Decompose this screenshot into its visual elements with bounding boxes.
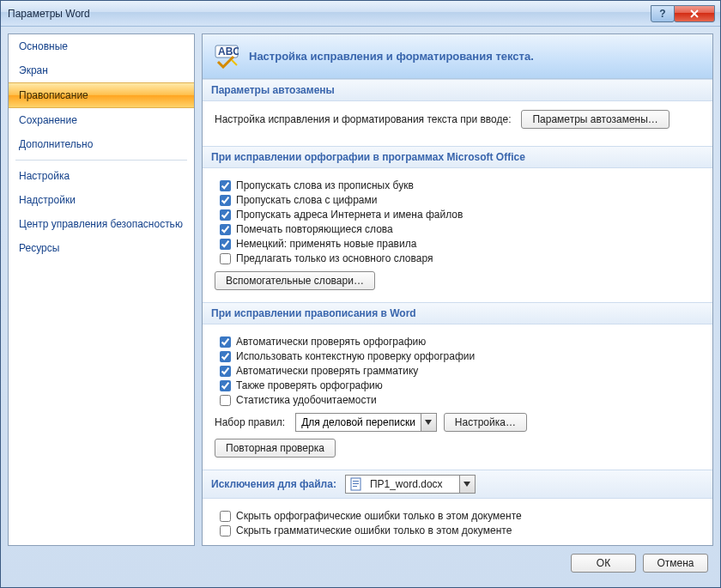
section-autocorrect-head: Параметры автозамены — [203, 79, 712, 101]
svg-rect-3 — [353, 481, 359, 482]
chk-german-rules-label: Немецкий: применять новые правила — [236, 238, 416, 250]
chk-main-dict-only-label: Предлагать только из основного словаря — [236, 252, 433, 264]
writing-style-value: Для деловой переписки — [296, 416, 421, 428]
chk-hide-grammar-errors-label: Скрыть грамматические ошибки только в эт… — [236, 524, 512, 536]
section-word-proofing-head: При исправлении правописания в Word — [203, 302, 712, 324]
dialog-footer: ОК Отмена — [1, 546, 720, 580]
chevron-down-icon — [459, 476, 475, 493]
sidebar-item-trust[interactable]: Центр управления безопасностью — [9, 212, 194, 236]
svg-rect-5 — [353, 486, 357, 487]
chk-auto-grammar[interactable] — [220, 366, 231, 377]
chk-flag-repeated[interactable] — [220, 224, 231, 235]
chk-ignore-uppercase[interactable] — [220, 180, 231, 191]
sidebar-item-save[interactable]: Сохранение — [9, 108, 194, 132]
chk-ignore-urls[interactable] — [220, 209, 231, 221]
exceptions-file-value: ПР1_word.docx — [365, 478, 459, 490]
chk-contextual-spelling-label: Использовать контекстную проверку орфогр… — [236, 350, 475, 362]
ok-button[interactable]: ОК — [571, 554, 636, 573]
chk-auto-spelling[interactable] — [220, 336, 231, 348]
sidebar-item-display[interactable]: Экран — [9, 58, 194, 82]
chk-ignore-uppercase-label: Пропускать слова из прописных букв — [236, 179, 414, 191]
chk-hide-spelling-errors-label: Скрыть орфографические ошибки только в э… — [236, 510, 522, 522]
chk-readability[interactable] — [220, 395, 231, 406]
abc-check-icon: ABC — [215, 45, 239, 69]
chk-also-spelling[interactable] — [220, 380, 231, 391]
section-office-spelling-head: При исправлении орфографии в программах … — [203, 146, 712, 168]
banner: ABC Настройка исправления и форматирован… — [203, 34, 712, 79]
exceptions-label: Исключения для файла: — [211, 478, 336, 490]
options-dialog: Параметры Word ? Основные Экран Правопис… — [0, 0, 721, 588]
close-button[interactable] — [674, 5, 715, 22]
document-icon — [349, 477, 363, 491]
autocorrect-options-button[interactable]: Параметры автозамены… — [521, 110, 669, 129]
chk-hide-grammar-errors[interactable] — [220, 525, 231, 536]
sidebar-item-addins[interactable]: Надстройки — [9, 188, 194, 212]
sidebar-item-advanced[interactable]: Дополнительно — [9, 132, 194, 156]
sidebar-item-general[interactable]: Основные — [9, 34, 194, 58]
content-panel: ABC Настройка исправления и форматирован… — [202, 33, 713, 546]
chk-ignore-urls-label: Пропускать адреса Интернета и имена файл… — [236, 209, 463, 221]
chk-readability-label: Статистика удобочитаемости — [236, 394, 377, 406]
chevron-down-icon — [421, 414, 436, 431]
svg-rect-4 — [353, 483, 359, 484]
chk-also-spelling-label: Также проверять орфографию — [236, 379, 383, 391]
window-title: Параметры Word — [8, 8, 651, 20]
exceptions-file-combo[interactable]: ПР1_word.docx — [345, 475, 476, 494]
help-button[interactable]: ? — [651, 5, 675, 22]
chk-hide-spelling-errors[interactable] — [220, 511, 231, 522]
chk-auto-spelling-label: Автоматически проверять орфографию — [236, 336, 426, 348]
recheck-button[interactable]: Повторная проверка — [215, 439, 336, 458]
chk-ignore-numbers-label: Пропускать слова с цифрами — [236, 194, 377, 206]
banner-text: Настройка исправления и форматирования т… — [249, 50, 534, 63]
custom-dictionaries-button[interactable]: Вспомогательные словари… — [215, 271, 375, 290]
chk-flag-repeated-label: Помечать повторяющиеся слова — [236, 223, 393, 235]
chk-contextual-spelling[interactable] — [220, 351, 231, 362]
sidebar-item-proofing[interactable]: Правописание — [9, 82, 194, 108]
cancel-button[interactable]: Отмена — [643, 554, 708, 573]
titlebar: Параметры Word ? — [1, 1, 720, 27]
sidebar-separator — [15, 160, 187, 161]
writing-style-combo[interactable]: Для деловой переписки — [295, 413, 437, 432]
sidebar-item-resources[interactable]: Ресурсы — [9, 236, 194, 260]
svg-text:ABC: ABC — [218, 45, 239, 58]
chk-auto-grammar-label: Автоматически проверять грамматику — [236, 365, 418, 377]
grammar-settings-button[interactable]: Настройка… — [444, 413, 527, 432]
autocorrect-label: Настройка исправления и форматирования т… — [215, 113, 511, 125]
section-exceptions-head: Исключения для файла: ПР1_word.docx — [203, 470, 712, 499]
writing-style-label: Набор правил: — [215, 416, 285, 428]
category-sidebar: Основные Экран Правописание Сохранение Д… — [8, 33, 195, 546]
chk-ignore-numbers[interactable] — [220, 195, 231, 206]
chk-main-dict-only[interactable] — [220, 253, 231, 264]
chk-german-rules[interactable] — [220, 239, 231, 250]
sidebar-item-customize[interactable]: Настройка — [9, 164, 194, 188]
